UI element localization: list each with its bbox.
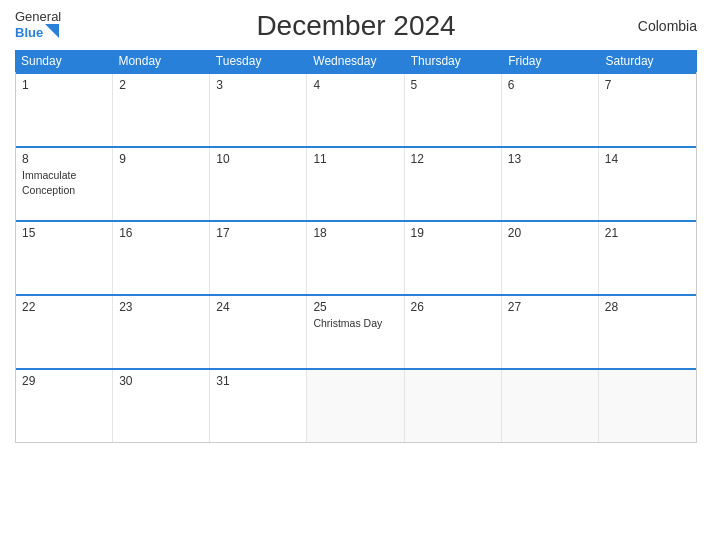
day-number: 7 bbox=[605, 78, 690, 92]
day-cell: 1 bbox=[16, 74, 113, 146]
day-number: 30 bbox=[119, 374, 203, 388]
day-cell: 31 bbox=[210, 370, 307, 442]
day-cell bbox=[599, 370, 696, 442]
week-row-5: 293031 bbox=[16, 368, 696, 443]
svg-marker-0 bbox=[45, 24, 59, 38]
day-number: 8 bbox=[22, 152, 106, 166]
day-number: 21 bbox=[605, 226, 690, 240]
day-cell: 29 bbox=[16, 370, 113, 442]
week-row-3: 15161718192021 bbox=[16, 220, 696, 294]
day-number: 14 bbox=[605, 152, 690, 166]
day-cell: 2 bbox=[113, 74, 210, 146]
event-label: Christmas Day bbox=[313, 317, 382, 329]
day-number: 16 bbox=[119, 226, 203, 240]
day-cell: 10 bbox=[210, 148, 307, 220]
logo-blue: Blue bbox=[15, 26, 43, 40]
day-cell: 21 bbox=[599, 222, 696, 294]
day-number: 23 bbox=[119, 300, 203, 314]
day-cell: 3 bbox=[210, 74, 307, 146]
day-number: 13 bbox=[508, 152, 592, 166]
day-cell: 26 bbox=[405, 296, 502, 368]
day-number: 4 bbox=[313, 78, 397, 92]
header-sunday: Sunday bbox=[15, 50, 112, 72]
day-cell: 13 bbox=[502, 148, 599, 220]
day-number: 3 bbox=[216, 78, 300, 92]
header-wednesday: Wednesday bbox=[307, 50, 404, 72]
day-number: 12 bbox=[411, 152, 495, 166]
day-cell: 24 bbox=[210, 296, 307, 368]
header-thursday: Thursday bbox=[405, 50, 502, 72]
day-cell: 20 bbox=[502, 222, 599, 294]
day-number: 10 bbox=[216, 152, 300, 166]
day-number: 18 bbox=[313, 226, 397, 240]
day-number: 5 bbox=[411, 78, 495, 92]
day-cell: 27 bbox=[502, 296, 599, 368]
day-cell: 28 bbox=[599, 296, 696, 368]
logo-triangle-icon bbox=[45, 24, 59, 42]
day-cell: 22 bbox=[16, 296, 113, 368]
day-number: 1 bbox=[22, 78, 106, 92]
week-row-1: 1234567 bbox=[16, 72, 696, 146]
day-number: 17 bbox=[216, 226, 300, 240]
day-cell: 17 bbox=[210, 222, 307, 294]
calendar-grid: 12345678Immaculate Conception91011121314… bbox=[15, 72, 697, 443]
day-cell: 16 bbox=[113, 222, 210, 294]
event-label: Immaculate Conception bbox=[22, 169, 76, 196]
day-number: 9 bbox=[119, 152, 203, 166]
day-cell: 30 bbox=[113, 370, 210, 442]
day-number: 2 bbox=[119, 78, 203, 92]
logo-general: General bbox=[15, 10, 61, 24]
calendar-container: General Blue December 2024 Colombia Sund… bbox=[0, 0, 712, 550]
day-number: 20 bbox=[508, 226, 592, 240]
day-number: 28 bbox=[605, 300, 690, 314]
day-headers-row: Sunday Monday Tuesday Wednesday Thursday… bbox=[15, 50, 697, 72]
day-cell: 14 bbox=[599, 148, 696, 220]
calendar-title: December 2024 bbox=[256, 10, 455, 42]
day-cell: 15 bbox=[16, 222, 113, 294]
day-number: 31 bbox=[216, 374, 300, 388]
day-number: 29 bbox=[22, 374, 106, 388]
day-cell bbox=[502, 370, 599, 442]
header-tuesday: Tuesday bbox=[210, 50, 307, 72]
day-cell: 18 bbox=[307, 222, 404, 294]
day-number: 6 bbox=[508, 78, 592, 92]
week-row-2: 8Immaculate Conception91011121314 bbox=[16, 146, 696, 220]
day-cell: 7 bbox=[599, 74, 696, 146]
day-number: 24 bbox=[216, 300, 300, 314]
day-cell: 4 bbox=[307, 74, 404, 146]
day-number: 19 bbox=[411, 226, 495, 240]
day-number: 25 bbox=[313, 300, 397, 314]
day-cell: 8Immaculate Conception bbox=[16, 148, 113, 220]
day-cell bbox=[307, 370, 404, 442]
day-number: 26 bbox=[411, 300, 495, 314]
day-cell: 12 bbox=[405, 148, 502, 220]
country-label: Colombia bbox=[638, 18, 697, 34]
day-cell: 19 bbox=[405, 222, 502, 294]
day-number: 15 bbox=[22, 226, 106, 240]
day-cell: 11 bbox=[307, 148, 404, 220]
header-saturday: Saturday bbox=[600, 50, 697, 72]
day-number: 27 bbox=[508, 300, 592, 314]
header-friday: Friday bbox=[502, 50, 599, 72]
day-cell: 5 bbox=[405, 74, 502, 146]
day-number: 11 bbox=[313, 152, 397, 166]
day-cell: 23 bbox=[113, 296, 210, 368]
day-cell: 25Christmas Day bbox=[307, 296, 404, 368]
day-cell bbox=[405, 370, 502, 442]
day-cell: 9 bbox=[113, 148, 210, 220]
logo: General Blue bbox=[15, 10, 61, 42]
week-row-4: 22232425Christmas Day262728 bbox=[16, 294, 696, 368]
header-monday: Monday bbox=[112, 50, 209, 72]
day-number: 22 bbox=[22, 300, 106, 314]
day-cell: 6 bbox=[502, 74, 599, 146]
calendar-header: General Blue December 2024 Colombia bbox=[15, 10, 697, 42]
